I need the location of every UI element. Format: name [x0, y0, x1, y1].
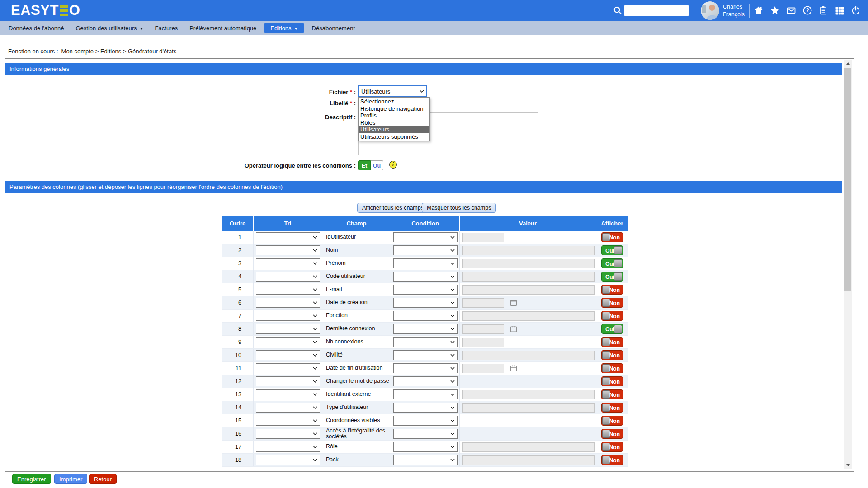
afficher-toggle[interactable]: Non [601, 350, 623, 360]
table-row[interactable]: 5 E-mail Non [222, 283, 628, 296]
print-button[interactable]: Imprimer [54, 474, 87, 484]
condition-select[interactable] [393, 403, 458, 413]
afficher-toggle[interactable]: Non [601, 337, 623, 347]
afficher-toggle[interactable]: Oui [601, 324, 623, 334]
operator-ou-button[interactable]: Ou [371, 160, 383, 170]
dropdown-option[interactable]: Sélectionnez [359, 98, 429, 105]
operator-et-button[interactable]: Et [358, 160, 371, 170]
dropdown-option[interactable]: Rôles [359, 119, 429, 127]
vertical-scrollbar[interactable] [844, 60, 852, 469]
value-input[interactable] [462, 298, 504, 308]
scrollbar-up-arrow-icon[interactable] [844, 60, 852, 67]
table-row[interactable]: 7 Fonction Non [222, 310, 628, 323]
table-row[interactable]: 13 Identifiant externe Non [222, 388, 628, 401]
table-row[interactable]: 9 Nb connexions Non [222, 336, 628, 349]
afficher-toggle[interactable]: Non [601, 416, 623, 426]
condition-select[interactable] [393, 389, 458, 399]
tri-select[interactable] [256, 258, 320, 268]
tri-select[interactable] [256, 337, 320, 347]
dropdown-option[interactable]: Utilisateurs [359, 126, 429, 133]
afficher-toggle[interactable]: Oui [601, 245, 623, 255]
tri-select[interactable] [256, 455, 320, 465]
condition-select[interactable] [393, 232, 458, 242]
tri-select[interactable] [256, 376, 320, 386]
tri-select[interactable] [256, 298, 320, 308]
user-avatar[interactable] [701, 1, 719, 20]
home-icon[interactable] [754, 5, 764, 15]
afficher-toggle[interactable]: Oui [601, 258, 623, 268]
afficher-toggle[interactable]: Non [601, 442, 623, 452]
value-input[interactable] [462, 403, 595, 413]
calendar-icon[interactable] [510, 365, 517, 372]
nav-item-d-sabonnement[interactable]: Désabonnement [306, 21, 361, 35]
table-row[interactable]: 8 Dernière connexion Oui [222, 323, 628, 336]
table-row[interactable]: 3 Prénom Oui [222, 257, 628, 270]
afficher-toggle[interactable]: Non [601, 389, 623, 399]
afficher-toggle[interactable]: Non [601, 363, 623, 373]
value-input[interactable] [462, 285, 595, 295]
condition-select[interactable] [393, 350, 458, 360]
condition-select[interactable] [393, 324, 458, 334]
tri-select[interactable] [256, 403, 320, 413]
condition-select[interactable] [393, 285, 458, 295]
notes-icon[interactable] [818, 5, 828, 15]
tri-select[interactable] [256, 442, 320, 452]
mail-icon[interactable] [786, 5, 796, 15]
afficher-toggle[interactable]: Non [601, 298, 623, 308]
table-row[interactable]: 12 Changer le mot de passe Non [222, 375, 628, 388]
table-row[interactable]: 4 Code utilisateur Oui [222, 270, 628, 283]
value-input[interactable] [462, 390, 595, 399]
value-input[interactable] [462, 272, 595, 282]
table-row[interactable]: 16 Accès à l'intégralité des sociétés No… [222, 427, 628, 441]
tri-select[interactable] [256, 350, 320, 360]
afficher-toggle[interactable]: Non [601, 403, 623, 413]
table-row[interactable]: 15 Coordonnées visibles Non [222, 414, 628, 427]
value-input[interactable] [462, 455, 595, 465]
value-input[interactable] [462, 364, 504, 373]
nav-item-donn-es-de-l-abonn-[interactable]: Données de l'abonné [3, 21, 70, 35]
condition-select[interactable] [393, 272, 458, 282]
condition-select[interactable] [393, 298, 458, 308]
table-row[interactable]: 6 Date de création Non [222, 296, 628, 310]
value-input[interactable] [462, 442, 595, 452]
info-icon[interactable]: i [389, 161, 397, 169]
afficher-toggle[interactable]: Non [601, 285, 623, 295]
value-input[interactable] [462, 324, 504, 334]
condition-select[interactable] [393, 245, 458, 255]
tri-select[interactable] [256, 429, 320, 439]
tri-select[interactable] [256, 232, 320, 242]
afficher-toggle[interactable]: Oui [601, 272, 623, 282]
table-row[interactable]: 17 Rôle Non [222, 441, 628, 454]
save-button[interactable]: Enregistrer [12, 474, 51, 484]
tri-select[interactable] [256, 245, 320, 255]
tri-select[interactable] [256, 285, 320, 295]
nav-item-pr-l-vement-automatique[interactable]: Prélèvement automatique [184, 21, 262, 35]
value-input[interactable] [462, 351, 595, 360]
table-row[interactable]: 1 IdUtilisateur Non [222, 231, 628, 244]
value-input[interactable] [462, 338, 504, 347]
dropdown-option[interactable]: Profils [359, 112, 429, 119]
dropdown-option[interactable]: Historique de navigation [359, 105, 429, 113]
condition-select[interactable] [393, 337, 458, 347]
condition-select[interactable] [393, 376, 458, 386]
back-button[interactable]: Retour [89, 474, 117, 484]
afficher-toggle[interactable]: Non [601, 376, 623, 386]
tri-select[interactable] [256, 272, 320, 282]
value-input[interactable] [462, 259, 595, 268]
tri-select[interactable] [256, 416, 320, 426]
scrollbar-thumb[interactable] [844, 68, 851, 291]
condition-select[interactable] [393, 429, 458, 439]
value-input[interactable] [462, 311, 595, 321]
dropdown-option[interactable]: Utilisateurs supprimés [359, 133, 429, 141]
table-row[interactable]: 18 Pack Non [222, 454, 628, 467]
tri-select[interactable] [256, 311, 320, 321]
afficher-toggle[interactable]: Non [601, 455, 623, 465]
calendar-icon[interactable] [510, 325, 517, 333]
table-row[interactable]: 2 Nom Oui [222, 244, 628, 257]
value-input[interactable] [462, 233, 504, 242]
nav-item-editions[interactable]: Editions [264, 23, 303, 33]
help-icon[interactable]: ? [802, 5, 812, 15]
tri-select[interactable] [256, 324, 320, 334]
fichier-select[interactable]: Utilisateurs [358, 85, 427, 97]
power-icon[interactable] [851, 5, 861, 15]
